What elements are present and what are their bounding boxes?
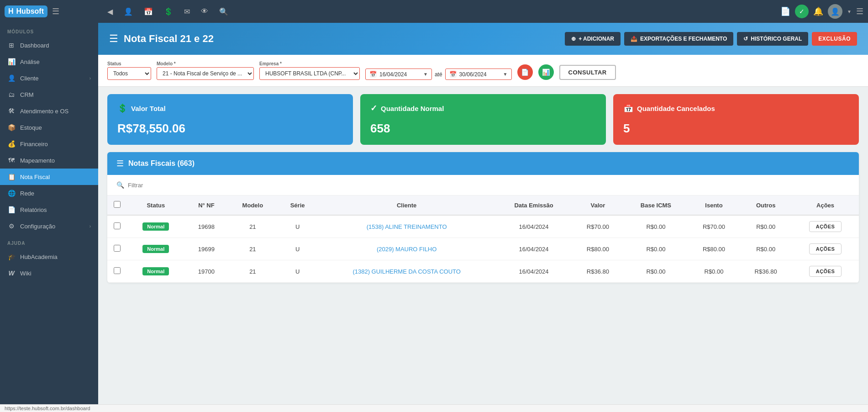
nav-eye-button[interactable]: 👁 — [196, 5, 213, 18]
cancelados-icon: 📅 — [623, 103, 633, 113]
sidebar-item-atendimento[interactable]: 🛠 Atendimento e OS — [0, 103, 98, 119]
sidebar-item-wiki[interactable]: W Wiki — [0, 265, 98, 281]
modelo-filter-group: Modelo * 21 - Nota Fiscal de Serviço de … — [157, 61, 254, 80]
stat-card-cancelados-title: 📅 Quantidade Cancelados — [623, 103, 849, 113]
nav-dollar-button[interactable]: 💲 — [159, 5, 178, 19]
historico-icon: ↺ — [743, 36, 748, 42]
sidebar-item-relatorios[interactable]: 📄 Relatórios — [0, 201, 98, 218]
page-title-icon: ☰ — [109, 33, 118, 45]
nav-search-button[interactable]: 🔍 — [215, 5, 233, 19]
sidebar-item-hubacademia[interactable]: 🎓 HubAcademia — [0, 248, 98, 265]
row-data-1: 16/04/2024 — [496, 238, 572, 260]
pdf-icon[interactable]: 📄 — [780, 6, 790, 16]
sidebar-item-configuracao[interactable]: ⚙ Configuração › — [0, 218, 98, 234]
sidebar-item-estoque[interactable]: 📦 Estoque — [0, 119, 98, 136]
status-select[interactable]: Todos Normal Cancelado — [107, 67, 151, 80]
excel-export-button[interactable]: 📊 — [538, 64, 554, 80]
acoes-button-1[interactable]: AÇÕES — [809, 243, 842, 254]
acoes-button-2[interactable]: AÇÕES — [809, 266, 842, 277]
hubacademia-icon: 🎓 — [7, 253, 16, 260]
acoes-button-0[interactable]: AÇÕES — [809, 221, 842, 232]
relatorios-icon: 📄 — [7, 206, 16, 213]
pdf-export-button[interactable]: 📄 — [517, 64, 533, 80]
col-status: Status — [127, 195, 185, 215]
row-check-2[interactable] — [114, 267, 121, 274]
select-all-checkbox[interactable] — [114, 201, 121, 208]
qtd-cancelados-label: Quantidade Cancelados — [637, 105, 715, 112]
sidebar-label-configuracao: Configuração — [20, 223, 85, 230]
table-section-title: Notas Fiscais (663) — [128, 159, 195, 168]
client-link-1[interactable]: (2029) MAURO FILHO — [377, 246, 437, 253]
sidebar-item-mapeamento[interactable]: 🗺 Mapeamento — [0, 152, 98, 169]
sidebar-label-cliente: Cliente — [20, 75, 85, 82]
nav-mail-button[interactable]: ✉ — [179, 5, 195, 19]
valor-total-value: R$78,550.06 — [117, 121, 343, 136]
adicionar-button[interactable]: ⊕ + ADICIONAR — [565, 32, 621, 46]
row-cliente-2: (1382) GUILHERME DA COSTA COUTO — [318, 260, 496, 283]
stat-card-qtd-normal: ✓ Quantidade Normal 658 — [360, 94, 606, 145]
exportacoes-button[interactable]: 📤 EXPORTAÇÕES E FECHAMENTO — [624, 32, 733, 46]
sidebar-item-financeiro[interactable]: 💰 Financeiro — [0, 136, 98, 152]
sidebar-label-rede: Rede — [20, 190, 91, 197]
valor-total-label: Valor Total — [131, 105, 166, 112]
adicionar-label: + ADICIONAR — [579, 36, 614, 42]
row-status-1: Normal — [127, 238, 185, 260]
client-link-0[interactable]: (1538) ALINE TREINAMENTO — [367, 223, 447, 230]
row-acoes-0: AÇÕES — [792, 215, 859, 238]
url-bar: https://teste.hubsoft.com.br/dashboard — [0, 404, 868, 412]
client-link-2[interactable]: (1382) GUILHERME DA COSTA COUTO — [352, 268, 460, 275]
page-title: Nota Fiscal 21 e 22 — [124, 33, 214, 45]
sidebar-item-cliente[interactable]: 👤 Cliente › — [0, 70, 98, 86]
check-button[interactable]: ✓ — [795, 5, 809, 18]
bell-icon[interactable]: 🔔 — [813, 6, 823, 16]
row-nf-1: 19699 — [185, 238, 228, 260]
col-data-emissao: Data Emissão — [496, 195, 572, 215]
search-input[interactable] — [128, 182, 850, 189]
sidebar-item-rede[interactable]: 🌐 Rede — [0, 185, 98, 201]
sidebar-label-financeiro: Financeiro — [20, 141, 91, 148]
col-valor: Valor — [572, 195, 624, 215]
modelo-label: Modelo * — [157, 61, 254, 66]
row-valor-0: R$70.00 — [572, 215, 624, 238]
sidebar-item-dashboard[interactable]: ⊞ Dashboard — [0, 37, 98, 53]
top-nav-right: 📄 ✓ 🔔 👤 ▼ ☰ — [780, 4, 863, 19]
nota-fiscal-icon: 📋 — [7, 173, 16, 180]
sidebar-label-dashboard: Dashboard — [20, 42, 91, 49]
date-from-input[interactable] — [379, 71, 421, 78]
nav-calendar-button[interactable]: 📅 — [139, 5, 158, 19]
date-to-input[interactable] — [459, 71, 500, 78]
status-badge-1: Normal — [142, 245, 169, 253]
col-outros: Outros — [740, 195, 792, 215]
empresa-select[interactable]: HUBSOFT BRASIL LTDA (CNP... — [259, 67, 360, 80]
notas-fiscais-table: Status N° NF Modelo Série Cliente Data E… — [107, 195, 859, 283]
row-base-icms-1: R$0.00 — [624, 238, 688, 260]
page-title-area: ☰ Nota Fiscal 21 e 22 — [109, 33, 214, 45]
page-header: ☰ Nota Fiscal 21 e 22 ⊕ + ADICIONAR 📤 EX… — [98, 23, 868, 55]
consultar-button[interactable]: CONSULTAR — [559, 65, 616, 80]
exclusao-button[interactable]: EXCLUSÃO — [812, 32, 857, 46]
row-check-0[interactable] — [114, 222, 121, 229]
hamburger-icon[interactable]: ☰ — [52, 6, 59, 16]
avatar[interactable]: 👤 — [828, 4, 842, 19]
nav-back-button[interactable]: ◀ — [103, 5, 117, 19]
sidebar-item-crm[interactable]: 🗂 CRM — [0, 86, 98, 103]
menu-icon[interactable]: ☰ — [856, 6, 863, 16]
top-nav-icons: ◀ 👤 📅 💲 ✉ 👁 🔍 — [103, 5, 780, 19]
empresa-label: Empresa * — [259, 61, 360, 66]
row-isento-1: R$80.00 — [688, 238, 740, 260]
row-check-1[interactable] — [114, 245, 121, 252]
historico-button[interactable]: ↺ HISTÓRICO GERAL — [737, 32, 808, 46]
top-nav-left: H Hubsoft ☰ — [5, 5, 103, 17]
row-serie-0: U — [278, 215, 318, 238]
modelo-select[interactable]: 21 - Nota Fiscal de Serviço de ... — [157, 67, 254, 80]
row-serie-1: U — [278, 238, 318, 260]
logo[interactable]: H Hubsoft — [5, 5, 47, 17]
sidebar-item-analise[interactable]: 📊 Análise — [0, 53, 98, 70]
nav-person-button[interactable]: 👤 — [119, 5, 137, 19]
sidebar-item-nota-fiscal[interactable]: 📋 Nota Fiscal — [0, 169, 98, 185]
row-modelo-0: 21 — [228, 215, 277, 238]
row-outros-1: R$0.00 — [740, 238, 792, 260]
sidebar-label-relatorios: Relatórios — [20, 206, 91, 213]
avatar-arrow[interactable]: ▼ — [847, 9, 852, 14]
atendimento-icon: 🛠 — [7, 107, 16, 115]
